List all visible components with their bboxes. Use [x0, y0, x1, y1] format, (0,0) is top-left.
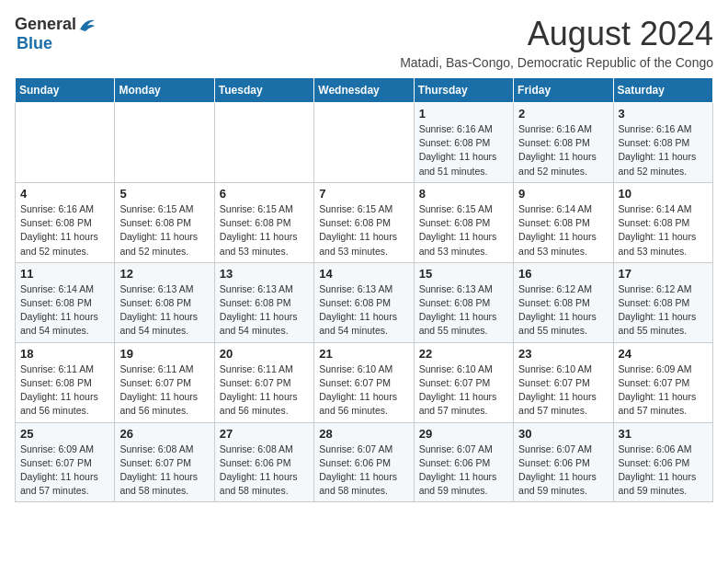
calendar-cell: 18Sunrise: 6:11 AM Sunset: 6:08 PM Dayli… — [16, 342, 115, 422]
calendar-week-3: 11Sunrise: 6:14 AM Sunset: 6:08 PM Dayli… — [16, 262, 713, 342]
logo-general-text: General — [15, 15, 76, 34]
calendar-cell: 20Sunrise: 6:11 AM Sunset: 6:07 PM Dayli… — [214, 342, 313, 422]
calendar-cell: 22Sunrise: 6:10 AM Sunset: 6:07 PM Dayli… — [414, 342, 513, 422]
calendar-header-sunday: Sunday — [16, 78, 115, 103]
calendar-cell: 3Sunrise: 6:16 AM Sunset: 6:08 PM Daylig… — [613, 103, 712, 183]
calendar-cell: 12Sunrise: 6:13 AM Sunset: 6:08 PM Dayli… — [115, 262, 214, 342]
day-number: 17 — [619, 267, 708, 281]
day-info: Sunrise: 6:15 AM Sunset: 6:08 PM Dayligh… — [419, 202, 508, 259]
page-header: General Blue August 2024 Matadi, Bas-Con… — [15, 15, 713, 70]
month-title: August 2024 — [400, 15, 713, 53]
day-number: 15 — [419, 267, 508, 281]
day-info: Sunrise: 6:09 AM Sunset: 6:07 PM Dayligh… — [619, 362, 708, 419]
day-info: Sunrise: 6:11 AM Sunset: 6:07 PM Dayligh… — [220, 362, 309, 419]
calendar-cell: 7Sunrise: 6:15 AM Sunset: 6:08 PM Daylig… — [314, 182, 414, 262]
day-number: 29 — [419, 427, 508, 441]
day-number: 10 — [619, 187, 708, 201]
day-info: Sunrise: 6:06 AM Sunset: 6:06 PM Dayligh… — [619, 442, 708, 499]
day-number: 2 — [518, 107, 608, 121]
calendar-cell: 6Sunrise: 6:15 AM Sunset: 6:08 PM Daylig… — [214, 182, 313, 262]
calendar-cell: 27Sunrise: 6:08 AM Sunset: 6:06 PM Dayli… — [214, 422, 313, 502]
calendar-cell: 2Sunrise: 6:16 AM Sunset: 6:08 PM Daylig… — [514, 103, 613, 183]
day-info: Sunrise: 6:14 AM Sunset: 6:08 PM Dayligh… — [20, 282, 109, 339]
day-number: 22 — [419, 347, 508, 361]
day-number: 9 — [518, 187, 608, 201]
day-number: 7 — [319, 187, 408, 201]
day-number: 28 — [319, 427, 408, 441]
calendar-cell: 17Sunrise: 6:12 AM Sunset: 6:08 PM Dayli… — [613, 262, 712, 342]
calendar-cell: 24Sunrise: 6:09 AM Sunset: 6:07 PM Dayli… — [613, 342, 712, 422]
day-info: Sunrise: 6:13 AM Sunset: 6:08 PM Dayligh… — [119, 282, 209, 339]
day-info: Sunrise: 6:11 AM Sunset: 6:08 PM Dayligh… — [20, 362, 109, 419]
day-info: Sunrise: 6:13 AM Sunset: 6:08 PM Dayligh… — [220, 282, 309, 339]
calendar-cell: 31Sunrise: 6:06 AM Sunset: 6:06 PM Dayli… — [613, 422, 712, 502]
calendar-header-friday: Friday — [514, 78, 613, 103]
day-info: Sunrise: 6:16 AM Sunset: 6:08 PM Dayligh… — [419, 122, 508, 178]
day-number: 6 — [220, 187, 309, 201]
day-info: Sunrise: 6:07 AM Sunset: 6:06 PM Dayligh… — [419, 442, 508, 499]
calendar-cell: 25Sunrise: 6:09 AM Sunset: 6:07 PM Dayli… — [16, 422, 115, 502]
day-number: 16 — [518, 267, 608, 281]
day-number: 12 — [119, 267, 209, 281]
calendar-table: SundayMondayTuesdayWednesdayThursdayFrid… — [15, 77, 713, 502]
day-info: Sunrise: 6:15 AM Sunset: 6:08 PM Dayligh… — [119, 202, 209, 259]
day-info: Sunrise: 6:07 AM Sunset: 6:06 PM Dayligh… — [319, 442, 408, 499]
day-number: 20 — [220, 347, 309, 361]
calendar-cell: 4Sunrise: 6:16 AM Sunset: 6:08 PM Daylig… — [16, 182, 115, 262]
calendar-cell: 15Sunrise: 6:13 AM Sunset: 6:08 PM Dayli… — [414, 262, 513, 342]
day-number: 1 — [419, 107, 508, 121]
day-info: Sunrise: 6:15 AM Sunset: 6:08 PM Dayligh… — [220, 202, 309, 259]
day-number: 13 — [220, 267, 309, 281]
calendar-cell: 23Sunrise: 6:10 AM Sunset: 6:07 PM Dayli… — [514, 342, 613, 422]
calendar-cell: 8Sunrise: 6:15 AM Sunset: 6:08 PM Daylig… — [414, 182, 513, 262]
calendar-header-row: SundayMondayTuesdayWednesdayThursdayFrid… — [16, 78, 713, 103]
calendar-cell: 28Sunrise: 6:07 AM Sunset: 6:06 PM Dayli… — [314, 422, 414, 502]
calendar-header-saturday: Saturday — [613, 78, 712, 103]
day-info: Sunrise: 6:08 AM Sunset: 6:06 PM Dayligh… — [220, 442, 309, 499]
day-info: Sunrise: 6:07 AM Sunset: 6:06 PM Dayligh… — [518, 442, 608, 499]
day-number: 4 — [20, 187, 109, 201]
day-number: 27 — [220, 427, 309, 441]
calendar-week-5: 25Sunrise: 6:09 AM Sunset: 6:07 PM Dayli… — [16, 422, 713, 502]
day-info: Sunrise: 6:14 AM Sunset: 6:08 PM Dayligh… — [619, 202, 708, 259]
day-number: 23 — [518, 347, 608, 361]
day-info: Sunrise: 6:13 AM Sunset: 6:08 PM Dayligh… — [419, 282, 508, 339]
day-info: Sunrise: 6:16 AM Sunset: 6:08 PM Dayligh… — [20, 202, 109, 259]
calendar-week-2: 4Sunrise: 6:16 AM Sunset: 6:08 PM Daylig… — [16, 182, 713, 262]
calendar-cell: 30Sunrise: 6:07 AM Sunset: 6:06 PM Dayli… — [514, 422, 613, 502]
day-info: Sunrise: 6:09 AM Sunset: 6:07 PM Dayligh… — [20, 442, 109, 499]
logo-blue-text: Blue — [17, 34, 52, 53]
calendar-cell: 14Sunrise: 6:13 AM Sunset: 6:08 PM Dayli… — [314, 262, 414, 342]
day-info: Sunrise: 6:11 AM Sunset: 6:07 PM Dayligh… — [119, 362, 209, 419]
calendar-cell: 21Sunrise: 6:10 AM Sunset: 6:07 PM Dayli… — [314, 342, 414, 422]
calendar-cell: 29Sunrise: 6:07 AM Sunset: 6:06 PM Dayli… — [414, 422, 513, 502]
day-number: 5 — [119, 187, 209, 201]
day-info: Sunrise: 6:15 AM Sunset: 6:08 PM Dayligh… — [319, 202, 408, 259]
calendar-cell: 9Sunrise: 6:14 AM Sunset: 6:08 PM Daylig… — [514, 182, 613, 262]
day-number: 21 — [319, 347, 408, 361]
day-number: 24 — [619, 347, 708, 361]
calendar-cell: 10Sunrise: 6:14 AM Sunset: 6:08 PM Dayli… — [613, 182, 712, 262]
day-info: Sunrise: 6:10 AM Sunset: 6:07 PM Dayligh… — [419, 362, 508, 419]
day-info: Sunrise: 6:08 AM Sunset: 6:07 PM Dayligh… — [119, 442, 209, 499]
day-info: Sunrise: 6:10 AM Sunset: 6:07 PM Dayligh… — [518, 362, 608, 419]
calendar-cell: 5Sunrise: 6:15 AM Sunset: 6:08 PM Daylig… — [115, 182, 214, 262]
day-info: Sunrise: 6:14 AM Sunset: 6:08 PM Dayligh… — [518, 202, 608, 259]
calendar-cell: 26Sunrise: 6:08 AM Sunset: 6:07 PM Dayli… — [115, 422, 214, 502]
day-info: Sunrise: 6:16 AM Sunset: 6:08 PM Dayligh… — [619, 122, 708, 178]
day-info: Sunrise: 6:10 AM Sunset: 6:07 PM Dayligh… — [319, 362, 408, 419]
day-info: Sunrise: 6:12 AM Sunset: 6:08 PM Dayligh… — [619, 282, 708, 339]
calendar-cell: 11Sunrise: 6:14 AM Sunset: 6:08 PM Dayli… — [16, 262, 115, 342]
day-number: 30 — [518, 427, 608, 441]
calendar-cell: 16Sunrise: 6:12 AM Sunset: 6:08 PM Dayli… — [514, 262, 613, 342]
day-number: 11 — [20, 267, 109, 281]
day-number: 14 — [319, 267, 408, 281]
calendar-cell: 19Sunrise: 6:11 AM Sunset: 6:07 PM Dayli… — [115, 342, 214, 422]
calendar-cell — [115, 103, 214, 183]
calendar-cell — [314, 103, 414, 183]
calendar-week-1: 1Sunrise: 6:16 AM Sunset: 6:08 PM Daylig… — [16, 103, 713, 183]
day-number: 26 — [119, 427, 209, 441]
day-number: 3 — [619, 107, 708, 121]
calendar-cell — [16, 103, 115, 183]
logo: General Blue — [15, 15, 97, 53]
